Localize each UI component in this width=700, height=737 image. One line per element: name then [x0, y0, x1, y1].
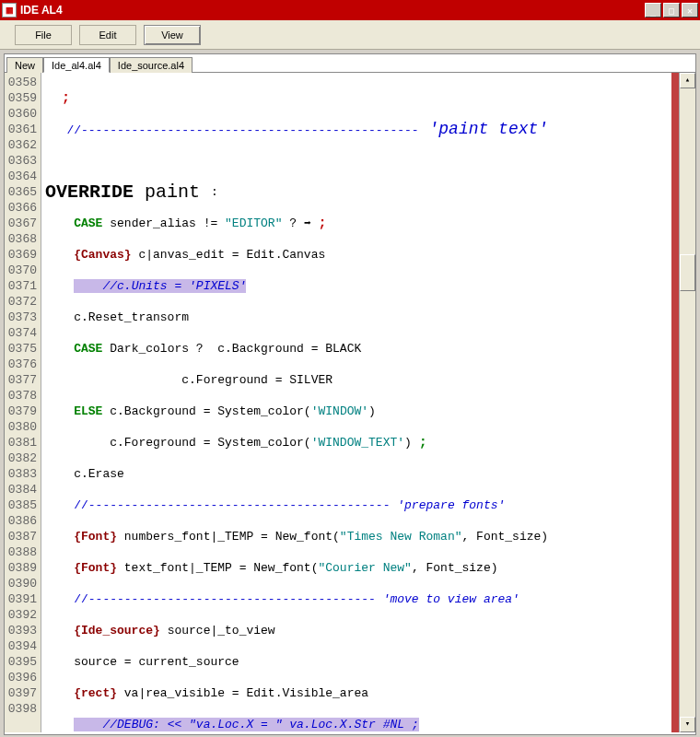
line-number: 0379: [5, 404, 37, 419]
code-line[interactable]: {Font} numbers_font|_TEMP = New_font("Ti…: [45, 529, 695, 544]
code-line[interactable]: //--------------------------------------…: [45, 497, 695, 513]
line-number: 0388: [5, 544, 37, 560]
line-number: 0377: [5, 372, 37, 388]
maximize-button[interactable]: □: [663, 3, 680, 18]
line-number: 0383: [5, 466, 37, 482]
code-line[interactable]: {Canvas} c|anvas_edit = Edit.Canvas: [45, 247, 695, 263]
line-number: 0370: [5, 263, 37, 278]
line-number: 0371: [5, 278, 37, 294]
line-number-gutter: 0358035903600361036203630364036503660367…: [5, 73, 41, 732]
line-number: 0367: [5, 216, 37, 231]
scroll-down-button[interactable]: ▾: [680, 717, 695, 732]
line-number: 0362: [5, 137, 37, 153]
line-number: 0394: [5, 638, 37, 654]
tab-new[interactable]: New: [6, 57, 43, 73]
scroll-up-button[interactable]: ▴: [680, 73, 695, 88]
code-line[interactable]: CASE sender_alias != "EDITOR" ? ➡ ;: [45, 216, 695, 231]
code-line[interactable]: //DEBUG: << "va.Loc.X = " va.Loc.X.Str #…: [45, 717, 695, 732]
close-button[interactable]: ✕: [682, 3, 698, 18]
window-title: IDE AL4: [20, 4, 645, 17]
app-icon: ▦: [2, 3, 17, 18]
arrow-icon: ➡: [304, 216, 311, 231]
line-number: 0363: [5, 153, 37, 169]
line-number: 0380: [5, 419, 37, 435]
code-line[interactable]: c.Foreground = System_color('WINDOW_TEXT…: [45, 435, 695, 450]
line-number: 0366: [5, 200, 37, 216]
line-number: 0378: [5, 388, 37, 404]
code-line[interactable]: //--------------------------------------…: [45, 122, 695, 137]
line-number: 0369: [5, 247, 37, 263]
line-number: 0368: [5, 231, 37, 247]
line-number: 0389: [5, 560, 37, 576]
line-number: 0393: [5, 623, 37, 638]
menu-edit[interactable]: Edit: [79, 25, 136, 45]
code-line[interactable]: ELSE c.Background = System_color('WINDOW…: [45, 404, 695, 419]
code-line[interactable]: c.Erase: [45, 466, 695, 482]
line-number: 0390: [5, 576, 37, 591]
line-number: 0397: [5, 685, 37, 701]
code-line[interactable]: c.Foreground = SILVER: [45, 372, 695, 388]
code-line[interactable]: {Font} text_font|_TEMP = New_font("Couri…: [45, 560, 695, 576]
editor-panel: New Ide_al4.al4 Ide_source.al4 035803590…: [4, 53, 696, 735]
code-line[interactable]: //--------------------------------------…: [45, 591, 695, 607]
menu-file[interactable]: File: [15, 25, 72, 45]
line-number: 0384: [5, 482, 37, 497]
code-line[interactable]: OVERRIDE paint :: [45, 184, 695, 200]
code-line[interactable]: ;: [45, 90, 695, 106]
line-number: 0374: [5, 325, 37, 341]
line-number: 0365: [5, 184, 37, 200]
line-number: 0396: [5, 670, 37, 685]
line-number: 0360: [5, 106, 37, 122]
line-number: 0381: [5, 435, 37, 450]
overview-ruler: [671, 73, 679, 732]
tab-bar: New Ide_al4.al4 Ide_source.al4: [5, 54, 695, 73]
line-number: 0387: [5, 529, 37, 544]
code-line[interactable]: [45, 153, 695, 169]
code-editor[interactable]: 0358035903600361036203630364036503660367…: [5, 73, 695, 732]
tab-ide-source[interactable]: Ide_source.al4: [110, 57, 192, 73]
line-number: 0386: [5, 513, 37, 529]
scroll-thumb[interactable]: [680, 254, 695, 291]
vertical-scrollbar[interactable]: ▴ ▾: [679, 73, 695, 732]
code-area[interactable]: ; //------------------------------------…: [41, 73, 695, 732]
window-buttons: _ □ ✕: [645, 3, 698, 18]
code-line[interactable]: //c.Units = 'PIXELS': [45, 278, 695, 294]
code-line[interactable]: c.Reset_transorm: [45, 310, 695, 325]
line-number: 0359: [5, 90, 37, 106]
code-line[interactable]: {rect} va|rea_visible = Edit.Visible_are…: [45, 685, 695, 701]
line-number: 0392: [5, 607, 37, 623]
line-number: 0364: [5, 169, 37, 184]
line-number: 0358: [5, 75, 37, 90]
line-number: 0395: [5, 654, 37, 670]
window-titlebar: ▦ IDE AL4 _ □ ✕: [0, 0, 700, 20]
line-number: 0382: [5, 450, 37, 466]
tab-ide-al4[interactable]: Ide_al4.al4: [43, 57, 110, 73]
line-number: 0398: [5, 701, 37, 717]
line-number: 0361: [5, 122, 37, 137]
menu-view[interactable]: View: [144, 25, 201, 45]
line-number: 0372: [5, 294, 37, 310]
minimize-button[interactable]: _: [645, 3, 661, 18]
line-number: 0375: [5, 341, 37, 357]
line-number: 0373: [5, 310, 37, 325]
code-line[interactable]: source = current_source: [45, 654, 695, 670]
code-line[interactable]: CASE Dark_colors ? c.Background = BLACK: [45, 341, 695, 357]
menu-bar: File Edit View: [0, 20, 700, 50]
code-line[interactable]: {Ide_source} source|_to_view: [45, 623, 695, 638]
line-number: 0376: [5, 357, 37, 372]
line-number: 0385: [5, 497, 37, 513]
line-number: 0391: [5, 591, 37, 607]
